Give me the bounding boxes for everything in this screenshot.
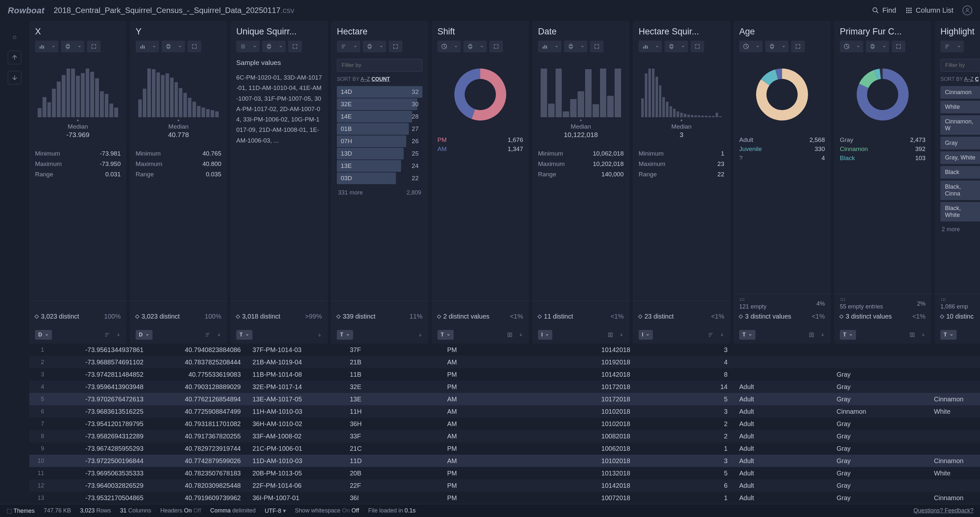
data-grid[interactable]: 1 -73.9561344937861 40.7940823884086 37F… bbox=[29, 343, 980, 504]
value-row[interactable]: 13E24 bbox=[337, 160, 423, 172]
columns-icon[interactable] bbox=[909, 332, 915, 338]
download-icon[interactable] bbox=[8, 71, 21, 85]
filter-chip[interactable]: Cinnamon, W bbox=[940, 115, 980, 135]
chevron-down-icon[interactable] bbox=[552, 41, 562, 52]
chevron-down-icon[interactable] bbox=[477, 41, 487, 52]
link-icon[interactable] bbox=[8, 30, 21, 44]
chevron-down-icon[interactable] bbox=[276, 41, 286, 52]
print-icon[interactable] bbox=[162, 41, 175, 52]
viz-type-button[interactable] bbox=[438, 41, 451, 52]
sort-down-icon[interactable] bbox=[217, 332, 221, 338]
table-row[interactable]: 2 -73.9688574691102 40.7837825208444 21B… bbox=[29, 356, 980, 368]
sort-toggle[interactable]: SORT BY A–Z C bbox=[940, 76, 980, 82]
chevron-down-icon[interactable] bbox=[49, 41, 59, 52]
value-row[interactable]: 32E30 bbox=[337, 98, 423, 110]
chevron-down-icon[interactable] bbox=[954, 41, 964, 52]
chevron-down-icon[interactable] bbox=[451, 41, 461, 52]
type-badge[interactable]: T bbox=[438, 330, 453, 340]
status-delimiter[interactable]: Comma delimited bbox=[210, 507, 256, 514]
chevron-down-icon[interactable] bbox=[175, 41, 185, 52]
type-badge[interactable]: I bbox=[639, 330, 653, 340]
print-icon[interactable] bbox=[765, 41, 779, 52]
viz-type-button[interactable] bbox=[236, 41, 250, 52]
sort-down-icon[interactable] bbox=[720, 332, 724, 338]
chevron-down-icon[interactable] bbox=[652, 41, 662, 52]
filter-input[interactable] bbox=[337, 59, 423, 72]
columns-icon[interactable] bbox=[608, 332, 613, 338]
chevron-down-icon[interactable] bbox=[880, 41, 889, 52]
value-row[interactable]: 01B27 bbox=[337, 123, 423, 135]
viz-type-button[interactable] bbox=[136, 41, 149, 52]
expand-icon[interactable] bbox=[690, 41, 704, 52]
profile-icon[interactable] bbox=[963, 6, 972, 15]
type-badge[interactable]: I bbox=[538, 330, 552, 340]
filter-chip[interactable]: White bbox=[940, 101, 980, 113]
sort-down-icon[interactable] bbox=[820, 332, 825, 338]
status-encoding[interactable]: UTF-8 ▾ bbox=[265, 507, 286, 514]
print-icon[interactable] bbox=[61, 41, 75, 52]
themes-button[interactable]: ⬚ Themes bbox=[6, 507, 35, 514]
viz-type-button[interactable] bbox=[35, 41, 49, 52]
type-badge[interactable]: T bbox=[337, 330, 353, 340]
chevron-down-icon[interactable] bbox=[149, 41, 159, 52]
table-row[interactable]: 13 -73.9532170504865 40.7919609739962 36… bbox=[29, 491, 980, 504]
expand-icon[interactable] bbox=[892, 41, 905, 52]
expand-icon[interactable] bbox=[288, 41, 302, 52]
find-button[interactable]: Find bbox=[872, 6, 896, 14]
column-list-button[interactable]: Column List bbox=[905, 6, 953, 14]
value-row[interactable]: 14D32 bbox=[337, 86, 423, 98]
filter-chip[interactable]: Gray bbox=[940, 137, 980, 149]
columns-icon[interactable] bbox=[507, 332, 513, 338]
chevron-down-icon[interactable] bbox=[376, 41, 386, 52]
sort-down-icon[interactable] bbox=[519, 332, 523, 338]
expand-icon[interactable] bbox=[489, 41, 503, 52]
filter-chip[interactable]: Black, White bbox=[940, 202, 980, 222]
align-icon[interactable] bbox=[204, 332, 211, 338]
filter-chip[interactable]: Gray, White bbox=[940, 152, 980, 164]
table-row[interactable]: 11 -73.9695063535333 40.7823507678183 20… bbox=[29, 467, 980, 479]
type-badge[interactable]: D bbox=[136, 330, 153, 340]
table-row[interactable]: 8 -73.9582694312289 40.7917367820255 33F… bbox=[29, 430, 980, 442]
filter-input[interactable] bbox=[940, 59, 980, 72]
chevron-down-icon[interactable] bbox=[678, 41, 688, 52]
table-row[interactable]: 4 -73.9596413903948 40.7903128889029 32E… bbox=[29, 381, 980, 393]
chevron-down-icon[interactable] bbox=[578, 41, 587, 52]
table-row[interactable]: 1 -73.9561344937861 40.7940823884086 37F… bbox=[29, 343, 980, 356]
type-badge[interactable]: D bbox=[35, 330, 52, 340]
type-badge[interactable]: T bbox=[940, 330, 957, 340]
chevron-down-icon[interactable] bbox=[250, 41, 259, 52]
sort-down-icon[interactable] bbox=[921, 332, 926, 338]
table-row[interactable]: 3 -73.9742811484852 40.775533619083 11B-… bbox=[29, 368, 980, 381]
columns-icon[interactable] bbox=[809, 332, 815, 338]
type-badge[interactable]: T bbox=[236, 330, 253, 340]
viz-type-button[interactable] bbox=[639, 41, 652, 52]
viz-type-button[interactable] bbox=[739, 41, 753, 52]
viz-type-button[interactable] bbox=[840, 41, 853, 52]
print-icon[interactable] bbox=[363, 41, 376, 52]
chevron-down-icon[interactable] bbox=[753, 41, 763, 52]
chevron-down-icon[interactable] bbox=[75, 41, 84, 52]
expand-icon[interactable] bbox=[791, 41, 805, 52]
value-row[interactable]: 07H26 bbox=[337, 136, 423, 147]
expand-icon[interactable] bbox=[188, 41, 201, 52]
sort-down-icon[interactable] bbox=[116, 332, 121, 338]
viz-type-button[interactable] bbox=[940, 41, 954, 52]
filter-chip[interactable]: Cinnamon bbox=[940, 86, 980, 99]
align-icon[interactable] bbox=[104, 332, 110, 338]
table-row[interactable]: 5 -73.9702676472613 40.7762126854894 13E… bbox=[29, 393, 980, 405]
print-icon[interactable] bbox=[463, 41, 477, 52]
table-row[interactable]: 9 -73.9674285955293 40.7829723919744 21C… bbox=[29, 442, 980, 455]
table-row[interactable]: 7 -73.9541201789795 40.7931811701082 36H… bbox=[29, 418, 980, 430]
sort-down-icon[interactable] bbox=[418, 332, 423, 337]
chevron-down-icon[interactable] bbox=[853, 41, 863, 52]
status-headers[interactable]: Headers On Off bbox=[160, 507, 201, 514]
type-badge[interactable]: T bbox=[840, 330, 856, 340]
sort-down-icon[interactable] bbox=[317, 332, 322, 337]
expand-icon[interactable] bbox=[590, 41, 604, 52]
print-icon[interactable] bbox=[665, 41, 678, 52]
filter-chip[interactable]: Black bbox=[940, 166, 980, 179]
filter-chip[interactable]: Black, Cinna bbox=[940, 180, 980, 200]
sort-toggle[interactable]: SORT BY A–Z COUNT bbox=[337, 76, 423, 82]
value-row[interactable]: 03D22 bbox=[337, 172, 423, 184]
status-whitespace[interactable]: Show whitespace On Off bbox=[295, 507, 359, 514]
